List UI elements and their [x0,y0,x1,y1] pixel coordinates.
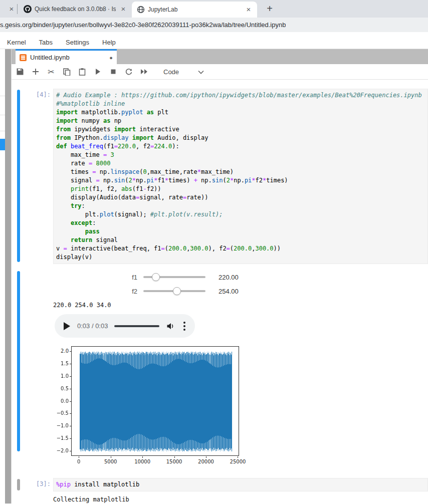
github-icon [24,5,32,13]
y-tick-mark [70,376,71,377]
browser-address-bar[interactable]: s.gesis.org/binder/jupyter/user/bollwyvl… [0,18,428,32]
y-tick-label: 0.0 [53,398,69,404]
browser-tab-jupyterlab[interactable]: JupyterLab × [132,2,257,18]
f1-slider[interactable] [143,273,205,281]
slider-handle[interactable] [173,287,181,295]
slider-label: f1 [97,274,137,281]
x-tick-mark [238,456,238,458]
audio-player[interactable]: 0:03 / 0:03 [55,314,195,338]
unsaved-dot-icon: ● [109,55,113,61]
save-button[interactable] [15,66,26,77]
code-editor[interactable]: %pip install matplotlib [53,478,428,491]
beat-signal-plot [72,347,240,456]
code-line: return signal [56,236,427,244]
close-icon[interactable]: × [119,5,128,14]
add-cell-button[interactable] [30,66,41,77]
code-line: display(v) [56,253,427,262]
cell-type-dropdown[interactable]: Code [163,67,204,76]
y-tick-mark [70,426,71,426]
x-tick-mark [174,456,175,458]
code-line: from ipywidgets import interactive [56,125,427,134]
y-tick-mark [70,438,71,439]
copy-cells-button[interactable] [61,66,72,77]
code-line: except: [56,219,427,227]
cut-cells-button[interactable]: ✂ [46,66,57,77]
y-tick-mark [70,364,71,364]
y-tick-mark [70,401,71,402]
tab-title: Quick feedback on 3.0.0b8 · Issue [35,6,116,13]
chrome-divider [0,32,428,36]
y-tick-mark [70,351,71,352]
new-tab-button[interactable]: + [263,3,276,16]
menu-settings[interactable]: Settings [60,37,96,48]
browser-tab-bar: × Quick feedback on 3.0.0b8 · Issue × Ju… [0,0,428,18]
jupyterlab-menu-bar: Kernel Tabs Settings Help [0,36,428,49]
filebrowser-edge [0,49,5,503]
run-cell-button[interactable] [92,66,103,77]
plot-axes [71,346,239,456]
restart-kernel-button[interactable] [123,66,134,77]
y-tick-mark [70,389,71,389]
slider-readout: 254.00 [219,288,239,295]
slider-handle[interactable] [152,273,160,281]
chevron-down-icon [198,67,204,76]
cell-4-output-area: f1 220.00 f2 254.00 [12,270,428,469]
cell-type-value: Code [163,68,179,76]
x-tick-label: 15000 [164,459,184,464]
f2-slider[interactable] [143,287,205,295]
y-tick-label: −1.0 [53,423,69,428]
code-editor[interactable]: # Audio Example : https://github.com/ipy… [53,89,428,264]
menu-tabs[interactable]: Tabs [33,37,60,48]
notebook-tab-title: Untitled.ipynb [30,54,109,61]
y-tick-label: −1.5 [53,435,69,441]
code-line: from IPython.display import Audio, displ… [56,134,427,142]
close-icon[interactable]: × [7,5,16,14]
code-line: max_time = 3 [56,151,427,159]
code-line: display(Audio(data=signal, rate=rate)) [56,193,427,202]
execution-count: [4]: [16,91,51,98]
globe-icon [137,6,145,14]
menu-kernel[interactable]: Kernel [1,37,33,48]
y-tick-label: −0.5 [53,410,69,416]
notebook-tab[interactable]: Untitled.ipynb ● [16,49,117,64]
browser-tab-github[interactable]: Quick feedback on 3.0.0b8 · Issue × [19,0,132,18]
code-line: %pip install matplotlib [56,480,427,489]
stdout-print: 220.0 254.0 34.0 [53,301,428,310]
close-icon[interactable]: × [244,5,253,14]
restart-run-all-button[interactable] [139,66,150,77]
code-line: print(f1, f2, abs(f1-f2)) [56,185,427,193]
code-line: v = interactive(beat_freq, f1=(200.0,300… [56,244,427,253]
notebook-toolbar: ✂ Code [12,64,428,80]
sidebar-splitter[interactable] [5,49,11,503]
cell-3-output-area: Collecting matplotlib Downloading matplo… [12,495,428,503]
filebrowser-selected-item[interactable] [0,139,5,150]
code-line: import numpy as np [56,117,427,125]
filebrowser-row-divider [0,96,5,96]
notebook-panel: [4]: # Audio Example : https://github.co… [12,80,428,503]
notebook-icon [20,54,27,61]
stdout-line: Collecting matplotlib [53,495,428,503]
x-tick-label: 25000 [228,459,248,464]
paste-cells-button[interactable] [77,66,88,77]
code-line: rate = 8000 [56,159,427,168]
output-collapser[interactable] [17,271,20,451]
filebrowser-row-divider [0,115,5,115]
x-tick-mark [142,456,143,458]
code-line: pass [56,227,427,236]
y-tick-mark [70,413,71,414]
menu-help[interactable]: Help [96,37,123,48]
matplotlib-figure: 2.01.51.00.50.0−0.5−1.0−1.5−2.0050001000… [53,346,249,469]
code-line: times = np.linspace(0,max_time,rate*max_… [56,168,427,176]
audio-progress-bar[interactable] [114,325,159,327]
y-tick-label: 0.5 [53,386,69,391]
y-tick-mark [70,451,71,451]
x-tick-label: 20000 [196,459,216,464]
slider-row-f1: f1 220.00 [97,270,428,284]
volume-icon[interactable] [166,322,175,331]
play-icon[interactable] [64,322,70,330]
input-collapser[interactable] [17,90,20,262]
interrupt-kernel-button[interactable] [108,66,119,77]
execution-count: [3]: [16,480,51,487]
kebab-menu-icon[interactable] [181,321,188,331]
code-line: import matplotlib.pyplot as plt [56,108,427,117]
